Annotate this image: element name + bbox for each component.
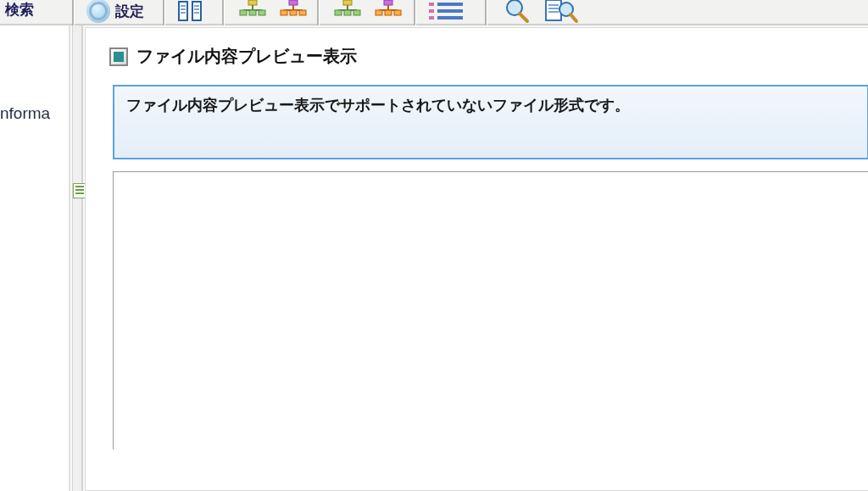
svg-rect-18 [290, 10, 297, 15]
svg-rect-14 [289, 0, 298, 5]
svg-rect-1 [181, 5, 186, 7]
svg-rect-0 [179, 2, 187, 20]
unsupported-message-text: ファイル内容プレビュー表示でサポートされていないファイル形式です。 [126, 95, 855, 115]
toolbar: 検索 設定 [0, 0, 868, 25]
toolbar-divider [485, 0, 487, 25]
svg-rect-25 [353, 10, 360, 15]
tree-view-icon-1[interactable] [236, 0, 270, 24]
svg-rect-6 [194, 8, 199, 10]
svg-rect-7 [194, 12, 199, 14]
preview-content-area [113, 171, 868, 449]
panel-header: ファイル内容プレビュー表示 [87, 28, 868, 85]
svg-rect-4 [192, 2, 201, 20]
toolbar-divider [317, 0, 319, 25]
preview-icon [109, 47, 128, 66]
search-doc-icon[interactable] [542, 0, 581, 24]
sidebar-item-label-fragment[interactable]: nforma [0, 104, 50, 123]
svg-rect-35 [437, 3, 463, 6]
svg-rect-36 [437, 9, 463, 13]
tree-view-icon-4[interactable] [371, 0, 405, 24]
svg-rect-3 [181, 12, 186, 14]
splitter-vertical[interactable] [72, 25, 83, 491]
svg-rect-26 [384, 0, 392, 5]
search-icon[interactable] [498, 0, 537, 24]
svg-rect-12 [249, 10, 256, 15]
preview-panel: ファイル内容プレビュー表示 ファイル内容プレビュー表示でサポートされていないファ… [85, 27, 868, 491]
toolbar-divider [414, 0, 415, 25]
svg-rect-8 [248, 0, 257, 5]
search-label-fragment: 検索 [5, 0, 34, 20]
sidebar: nforma [0, 25, 70, 491]
tree-view-icon-2[interactable] [276, 0, 310, 24]
tree-view-icon-3[interactable] [331, 0, 364, 24]
compare-docs-icon[interactable] [174, 0, 208, 24]
list-view-icon[interactable] [426, 0, 468, 24]
svg-rect-30 [385, 10, 392, 15]
gear-icon [86, 0, 110, 23]
unsupported-message-box: ファイル内容プレビュー表示でサポートされていないファイル形式です。 [113, 85, 868, 159]
svg-rect-17 [281, 10, 287, 15]
svg-rect-11 [240, 10, 247, 15]
svg-line-45 [570, 14, 576, 21]
svg-rect-33 [429, 9, 434, 13]
toolbar-divider [72, 0, 74, 25]
svg-rect-24 [344, 10, 351, 15]
svg-rect-13 [259, 10, 265, 15]
toolbar-divider [222, 0, 224, 25]
svg-line-39 [520, 14, 527, 21]
svg-rect-19 [299, 10, 306, 15]
svg-rect-23 [335, 10, 342, 15]
svg-rect-32 [429, 3, 434, 6]
svg-rect-37 [437, 16, 463, 20]
toolbar-divider [163, 0, 164, 25]
svg-rect-20 [343, 0, 352, 5]
settings-button[interactable]: 設定 [81, 0, 151, 26]
settings-label: 設定 [115, 2, 144, 21]
panel-title: ファイル内容プレビュー表示 [136, 45, 357, 68]
svg-rect-34 [429, 16, 434, 20]
svg-rect-29 [376, 10, 382, 15]
svg-rect-5 [194, 5, 199, 7]
svg-rect-31 [394, 10, 401, 15]
svg-rect-2 [181, 8, 186, 10]
